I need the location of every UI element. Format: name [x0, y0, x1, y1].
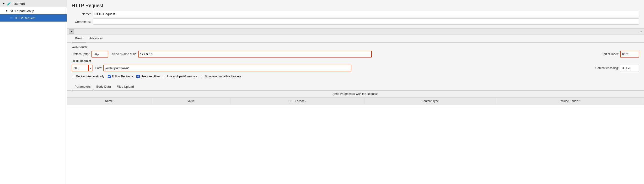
- web-server-section: Web Server Protocol [http]: Server Name …: [67, 43, 644, 82]
- col-include-equals: Include Equals?: [496, 98, 644, 105]
- protocol-input[interactable]: [92, 51, 108, 57]
- sub-tabs: Parameters Body Data Files Upload: [67, 83, 644, 90]
- col-value: Value: [152, 98, 230, 105]
- sidebar-label-testplan: Test Plan: [12, 2, 24, 6]
- sub-tab-body-data[interactable]: Body Data: [94, 83, 114, 90]
- method-dropdown-btn[interactable]: ▾: [88, 65, 92, 71]
- comments-row: Comments:: [72, 19, 639, 25]
- redirect-auto-check[interactable]: [72, 75, 75, 78]
- col-name: Name:: [67, 98, 152, 105]
- comments-label: Comments:: [72, 20, 91, 24]
- page-title: HTTP Request: [72, 3, 639, 8]
- threadgroup-icon: ⚙: [10, 9, 14, 13]
- sub-tab-files-upload[interactable]: Files Upload: [114, 83, 137, 90]
- browser-compat-label: Browser-compatible headers: [205, 75, 242, 78]
- up-arrow-icon: ▲: [70, 30, 72, 33]
- comments-input[interactable]: [93, 19, 639, 25]
- sidebar-label-threadgroup: Thread Group: [15, 9, 34, 13]
- multipart-check[interactable]: [163, 75, 166, 78]
- sidebar-label-httprequest: HTTP Request: [15, 16, 35, 20]
- protocol-row: Protocol [http]: Server Name or IP: Port…: [72, 51, 639, 57]
- name-label: Name:: [72, 12, 91, 16]
- sidebar: ▼ 🧪 Test Plan ▼ ⚙ Thread Group ✏ HTTP Re…: [0, 0, 67, 184]
- web-server-title: Web Server: [72, 46, 639, 49]
- main-tabs: Basic Advanced: [67, 35, 644, 43]
- toolbar-strip: ▲ ···: [67, 28, 644, 35]
- port-input[interactable]: [620, 51, 639, 57]
- multipart-label: Use multipart/form-data: [167, 75, 197, 78]
- toolbar-up-btn[interactable]: ▲: [69, 29, 74, 34]
- path-input[interactable]: [104, 65, 352, 71]
- path-label: Path:: [95, 66, 102, 70]
- tab-basic[interactable]: Basic: [72, 35, 86, 42]
- protocol-label: Protocol [http]:: [72, 52, 90, 56]
- checkbox-browser-compat[interactable]: Browser-compatible headers: [201, 75, 242, 78]
- parameters-table-section: Name: Value URL Encode? Content-Type Inc…: [67, 97, 644, 184]
- col-content-type: Content-Type: [364, 98, 496, 105]
- content-header: HTTP Request Name: Comments:: [67, 0, 644, 28]
- http-request-section-title: HTTP Request: [72, 59, 639, 63]
- sidebar-item-test-plan[interactable]: ▼ 🧪 Test Plan: [0, 0, 67, 7]
- checkbox-follow-redirects[interactable]: Follow Redirects: [108, 75, 133, 78]
- parameters-table: Name: Value URL Encode? Content-Type Inc…: [67, 97, 644, 109]
- follow-redirects-label: Follow Redirects: [112, 75, 133, 78]
- expand-icon-testplan: ▼: [2, 2, 6, 6]
- name-row: Name:: [72, 11, 639, 17]
- keepalive-label: Use KeepAlive: [141, 75, 160, 78]
- send-params-header: Send Parameters With the Request:: [67, 90, 644, 97]
- browser-compat-check[interactable]: [201, 75, 204, 78]
- port-label: Port Number:: [602, 52, 619, 56]
- expand-icon-threadgroup: ▼: [5, 9, 8, 13]
- server-input[interactable]: [138, 51, 372, 57]
- follow-redirects-check[interactable]: [108, 75, 111, 78]
- httprequest-icon: ✏: [10, 16, 14, 20]
- testplan-icon: 🧪: [7, 2, 11, 6]
- redirect-auto-label: Redirect Automatically: [76, 75, 104, 78]
- server-label: Server Name or IP:: [112, 52, 137, 56]
- encoding-label: Content encoding:: [596, 66, 619, 70]
- keepalive-check[interactable]: [136, 75, 140, 78]
- sub-tab-parameters[interactable]: Parameters: [72, 83, 94, 90]
- dropdown-arrow-icon: ▾: [90, 67, 91, 69]
- checkbox-multipart[interactable]: Use multipart/form-data: [163, 75, 197, 78]
- method-path-row: ▾ Path: Content encoding:: [72, 65, 639, 71]
- name-input[interactable]: [93, 11, 639, 17]
- sidebar-item-thread-group[interactable]: ▼ ⚙ Thread Group: [0, 7, 67, 14]
- method-input[interactable]: [72, 65, 88, 71]
- sidebar-item-http-request[interactable]: ✏ HTTP Request: [0, 14, 67, 22]
- tab-advanced[interactable]: Advanced: [86, 35, 106, 42]
- checkboxes-row: Redirect Automatically Follow Redirects …: [72, 73, 639, 79]
- encoding-input[interactable]: [620, 65, 639, 71]
- col-url-encode: URL Encode?: [230, 98, 364, 105]
- checkbox-keepalive[interactable]: Use KeepAlive: [136, 75, 160, 78]
- parameters-tbody: [67, 105, 644, 109]
- table-row: [67, 105, 644, 109]
- toolbar-ellipsis: ···: [640, 30, 642, 33]
- main-panel: HTTP Request Name: Comments: ▲ ··· Basic…: [67, 0, 644, 184]
- checkbox-redirect-auto[interactable]: Redirect Automatically: [72, 75, 104, 78]
